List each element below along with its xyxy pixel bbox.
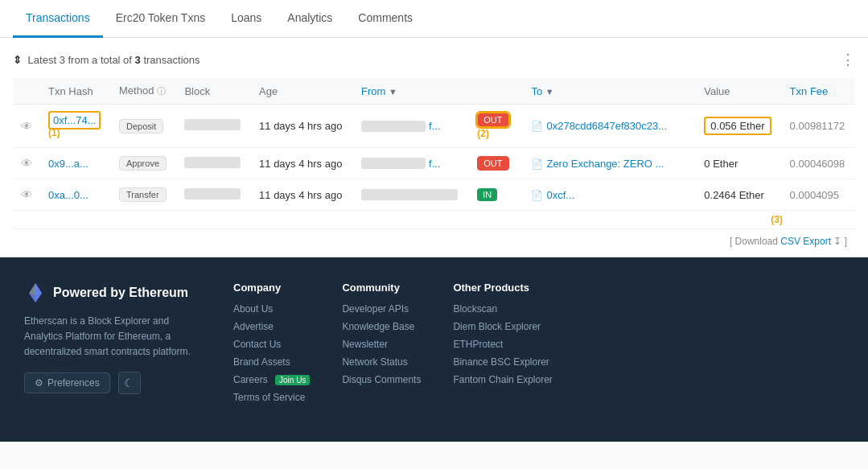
annotation-2: (2)	[477, 128, 489, 139]
footer-link-fantom[interactable]: Fantom Chain Explorer	[453, 374, 552, 385]
footer-brand: Powered by Ethereum Etherscan is a Block…	[24, 282, 201, 409]
footer-link-blockscan[interactable]: Blockscan	[453, 303, 552, 315]
txn-hash-link[interactable]: 0x9...a...	[48, 158, 88, 170]
from-address-link[interactable]: f...	[429, 158, 440, 170]
col-to: To ▼	[523, 78, 679, 105]
method-info-icon[interactable]: ⓘ	[157, 86, 166, 96]
footer-link-diem[interactable]: Diem Block Explorer	[453, 321, 552, 332]
footer-link-advertise[interactable]: Advertise	[233, 321, 310, 332]
tab-erc20[interactable]: Erc20 Token Txns	[103, 0, 219, 38]
csv-export-link[interactable]: CSV Export	[780, 236, 831, 247]
tab-loans[interactable]: Loans	[218, 0, 274, 38]
eye-icon[interactable]: 👁	[21, 157, 32, 170]
footer-link-brand-assets[interactable]: Brand Assets	[233, 356, 310, 368]
tx-count: 3	[135, 54, 141, 66]
more-options-button[interactable]: ⋮	[841, 51, 855, 68]
footer-link-knowledge-base[interactable]: Knowledge Base	[342, 321, 421, 332]
download-label: [ Download	[730, 236, 780, 247]
from-cell	[361, 189, 461, 200]
txn-fee-value: 0.0004095	[782, 179, 855, 211]
footer-links: Company About Us Advertise Contact Us Br…	[233, 282, 844, 409]
txn-hash-link[interactable]: 0xa...0...	[48, 189, 88, 201]
transactions-panel: ⇕ Latest 3 from a total of 3 transaction…	[0, 38, 868, 257]
txn-fee-value: 0.00981172	[790, 120, 845, 132]
footer-company-title: Company	[233, 282, 310, 294]
direction-badge: IN	[477, 188, 497, 201]
ethereum-icon	[24, 282, 47, 304]
txn-fee-value: 0.00046098	[782, 148, 855, 179]
footer-top: Powered by Ethereum Etherscan is a Block…	[24, 282, 844, 409]
col-value: Value	[696, 78, 781, 105]
block-value	[184, 188, 241, 200]
col-txn-fee: Txn Fee	[782, 78, 855, 105]
age-value: 11 days 4 hrs ago	[251, 105, 353, 148]
download-icon: ↧ ]	[833, 236, 847, 247]
value-cell: 0.056 Ether	[704, 117, 771, 135]
eye-icon[interactable]: 👁	[21, 120, 32, 133]
from-addr-placeholder	[361, 158, 426, 169]
from-cell: f...	[361, 120, 461, 132]
brand-name: Powered by Ethereum	[53, 286, 188, 300]
footer-link-network-status[interactable]: Network Status	[342, 356, 421, 368]
brand-description: Etherscan is a Block Explorer and Analyt…	[24, 314, 201, 360]
footer-link-dev-apis[interactable]: Developer APIs	[342, 303, 421, 315]
from-filter-icon[interactable]: ▼	[389, 87, 397, 97]
value-cell: 0 Ether	[696, 148, 781, 179]
tab-comments[interactable]: Comments	[345, 0, 426, 38]
col-direction	[469, 78, 523, 105]
footer-link-bsc[interactable]: Binance BSC Explorer	[453, 356, 552, 368]
footer-products-title: Other Products	[453, 282, 552, 294]
tabs-bar: Transactions Erc20 Token Txns Loans Anal…	[0, 0, 868, 38]
col-to-extra	[680, 78, 697, 105]
footer-link-contact[interactable]: Contact Us	[233, 339, 310, 350]
footer-link-disqus[interactable]: Disqus Comments	[342, 374, 421, 385]
preferences-label: Preferences	[47, 377, 100, 389]
col-method: Method ⓘ	[111, 78, 176, 105]
footer-link-terms[interactable]: Terms of Service	[233, 392, 310, 403]
footer-col-products: Other Products Blockscan Diem Block Expl…	[453, 282, 552, 409]
footer-link-about[interactable]: About Us	[233, 303, 310, 315]
method-badge: Transfer	[119, 187, 167, 202]
method-badge: Approve	[119, 156, 167, 171]
footer-prefs: ⚙ Preferences ☾	[24, 372, 201, 394]
footer: Powered by Ethereum Etherscan is a Block…	[0, 257, 868, 442]
join-badge: Join Us	[275, 375, 310, 385]
preferences-button[interactable]: ⚙ Preferences	[24, 372, 110, 393]
from-addr-placeholder	[361, 121, 426, 132]
transactions-table: Txn Hash Method ⓘ Block Age From ▼ To ▼ …	[13, 78, 855, 229]
eye-icon[interactable]: 👁	[21, 188, 32, 201]
col-eye	[13, 78, 40, 105]
footer-link-ethprotect[interactable]: ETHProtect	[453, 339, 552, 350]
tab-transactions[interactable]: Transactions	[13, 0, 103, 38]
direction-badge: OUT	[477, 113, 508, 127]
footer-community-title: Community	[342, 282, 421, 294]
gear-icon: ⚙	[35, 377, 43, 389]
col-block: Block	[176, 78, 251, 105]
to-filter-icon[interactable]: ▼	[545, 87, 554, 97]
block-value	[184, 119, 241, 130]
block-value	[184, 157, 241, 168]
filter-icon: ⇕	[13, 54, 22, 66]
dark-mode-toggle[interactable]: ☾	[118, 372, 141, 394]
value-cell: 0.2464 Ether	[696, 179, 781, 211]
from-cell: f...	[361, 158, 461, 170]
to-address-link[interactable]: 0x278cdd6847ef830c23...	[546, 120, 667, 132]
annotation-row: (3)	[13, 211, 855, 229]
table-row: 👁0x9...a...Approve11 days 4 hrs agof...O…	[13, 148, 855, 179]
eth-logo: Powered by Ethereum	[24, 282, 201, 304]
footer-col-company: Company About Us Advertise Contact Us Br…	[233, 282, 310, 409]
to-address-link[interactable]: 0xcf...	[546, 189, 574, 201]
annotation-1: (1)	[48, 127, 60, 138]
direction-badge: OUT	[477, 156, 508, 171]
footer-link-careers[interactable]: Careers Join Us	[233, 374, 310, 385]
table-row: 👁0xa...0...Transfer11 days 4 hrs agoIN📄0…	[13, 179, 855, 211]
method-badge: Deposit	[119, 119, 163, 134]
contract-icon: 📄	[531, 158, 543, 170]
col-from: From ▼	[353, 78, 469, 105]
download-bar: [ Download CSV Export ↧ ]	[13, 229, 855, 250]
to-address-link[interactable]: Zero Exchange: ZERO ...	[546, 158, 664, 170]
from-address-link[interactable]: f...	[429, 120, 440, 132]
tab-analytics[interactable]: Analytics	[274, 0, 345, 38]
footer-link-newsletter[interactable]: Newsletter	[342, 339, 421, 350]
age-value: 11 days 4 hrs ago	[251, 148, 353, 179]
